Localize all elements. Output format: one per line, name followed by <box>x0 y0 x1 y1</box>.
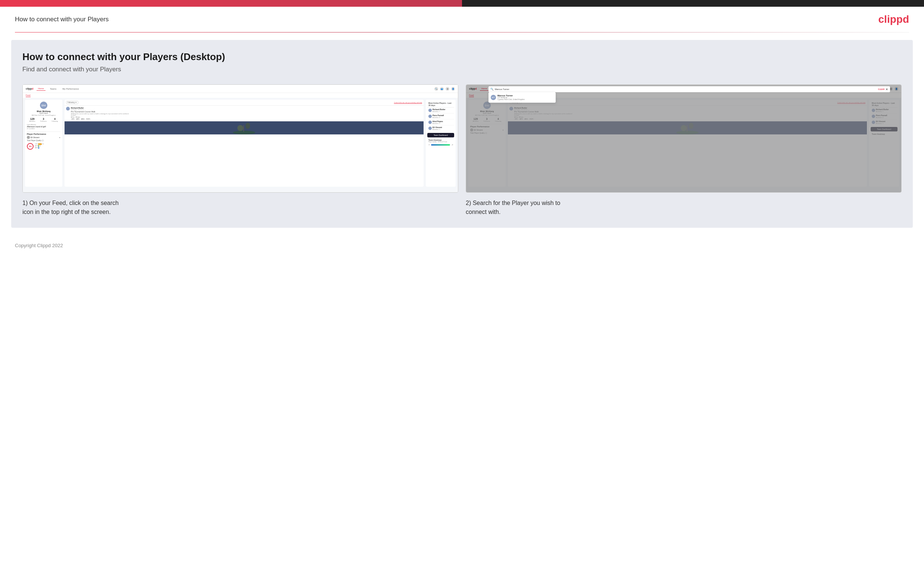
player-perf-section-1: Player Performance Eli Vincent ▼ Total P… <box>27 132 60 150</box>
player-item-1: Richard Butler Activities: 7 <box>427 107 454 114</box>
copyright-text: Copyright Clippd 2022 <box>15 243 63 248</box>
app-logo-1: clippd <box>26 88 34 90</box>
search-close-btn[interactable]: ✕ <box>885 88 888 91</box>
nav-myperformance-1[interactable]: My Performance <box>61 87 80 91</box>
player-item-2: Piers Parnell Activities: 4 <box>427 114 454 120</box>
profile-avatar-1: BM <box>40 102 47 109</box>
screenshot-col-1: clippd Home Teams My Performance 🔍 👥 ⚙ 👤 <box>23 84 458 217</box>
settings-icon-1[interactable]: ⚙ <box>446 87 449 91</box>
heatmap-bar-1 <box>431 144 450 146</box>
logo-accent: d <box>903 13 909 25</box>
caption-2: 2) Search for the Player you wish toconn… <box>466 199 901 217</box>
player-perf-label-1: Player Performance <box>27 133 60 135</box>
stats-row-1: 129 Activities 3 Followers 4 Following <box>27 118 60 122</box>
team-dashboard-btn-1[interactable]: Team Dashboard <box>427 133 454 137</box>
stat-followers-1: 3 Followers <box>40 118 47 122</box>
svg-point-2 <box>237 125 243 131</box>
profile-club-1: Mill Ride Golf Club, United Kingdom <box>27 114 60 116</box>
control-link-1[interactable]: Control who can see your activity and da… <box>394 102 422 104</box>
search-box-2: 🔍 Marcus Turner CLEAR ✕ <box>489 86 890 92</box>
main-content: How to connect with your Players (Deskto… <box>11 40 913 228</box>
people-icon-1[interactable]: 👥 <box>440 87 444 91</box>
logo-text: clipp <box>879 13 903 25</box>
header-divider <box>15 32 909 32</box>
search-dropdown-2: MT Marcus Turner 1.5 Handicap Cypress Po… <box>489 92 556 103</box>
player-item-3: Hiral Pujara Activities: 3 <box>427 120 454 125</box>
left-panel-1: BM Blair McHarg Golf Coach Mill Ride Gol… <box>25 100 62 187</box>
search-result-avatar: MT <box>491 95 496 100</box>
nav-icons-1: 🔍 👥 ⚙ 👤 <box>434 87 455 91</box>
stat-activities-1: 129 Activities <box>29 118 36 122</box>
screenshot-frame-1: clippd Home Teams My Performance 🔍 👥 ⚙ 👤 <box>23 84 458 193</box>
most-active-title-1: Most Active Players - Last 30 days <box>427 101 454 107</box>
screenshot-frame-2: clippd Home Teams My Performance 🔍 👥 ⚙ 👤 <box>466 84 901 193</box>
logo: clippd <box>879 13 909 25</box>
latest-activity-1: Latest Activity Afternoon round of golf … <box>27 123 60 130</box>
golf-image-1 <box>65 121 424 135</box>
caption-1: 1) On your Feed, click on the searchicon… <box>23 199 458 217</box>
stat-following-1: 4 Following <box>52 118 58 122</box>
app-ui-1: clippd Home Teams My Performance 🔍 👥 ⚙ 👤 <box>23 85 458 192</box>
app-tab-bar-1: Feed <box>23 93 458 98</box>
svg-rect-3 <box>243 125 244 132</box>
nav-home-1[interactable]: Home <box>37 87 45 91</box>
search-result-item-1[interactable]: MT Marcus Turner 1.5 Handicap Cypress Po… <box>490 94 554 101</box>
player-item-4: Eli Vincent Activities: 1 <box>427 125 454 132</box>
search-icon-overlay: 🔍 <box>490 88 494 91</box>
top-bar <box>0 0 924 7</box>
app-body-1: BM Blair McHarg Golf Coach Mill Ride Gol… <box>23 98 458 188</box>
activity-item-1: Richard Butler Yesterday · The Grove Pre… <box>65 106 424 121</box>
search-icon-1[interactable]: 🔍 <box>434 87 438 91</box>
pp-avatar-1 <box>27 136 30 139</box>
screenshot-col-2: clippd Home Teams My Performance 🔍 👥 ⚙ 👤 <box>466 84 901 217</box>
center-panel-1: Following ▼ Control who can see your act… <box>65 100 424 187</box>
app-nav-1: clippd Home Teams My Performance 🔍 👥 ⚙ 👤 <box>23 85 458 93</box>
act-avatar-1 <box>66 107 70 110</box>
page-title: How to connect with your Players <box>15 16 108 23</box>
profile-icon-1[interactable]: 👤 <box>451 87 455 91</box>
main-title: How to connect with your Players (Deskto… <box>23 51 901 63</box>
feed-tab-1[interactable]: Feed <box>26 94 31 97</box>
header: How to connect with your Players clippd <box>0 7 924 32</box>
svg-point-4 <box>246 123 250 129</box>
search-result-detail2: Cypress Point Club, United Kingdom <box>497 99 525 101</box>
following-btn-1[interactable]: Following ▼ <box>66 101 78 104</box>
search-input-text[interactable]: Marcus Turner <box>495 88 877 90</box>
main-subtitle: Find and connect with your Players <box>23 66 901 73</box>
right-panel-1: Most Active Players - Last 30 days Richa… <box>426 100 456 187</box>
nav-teams-1[interactable]: Teams <box>49 87 58 91</box>
screenshots-row: clippd Home Teams My Performance 🔍 👥 ⚙ 👤 <box>23 84 901 217</box>
footer: Copyright Clippd 2022 <box>0 235 924 256</box>
search-clear-btn[interactable]: CLEAR <box>878 88 884 90</box>
tpq-score-1: 84 <box>27 143 34 150</box>
